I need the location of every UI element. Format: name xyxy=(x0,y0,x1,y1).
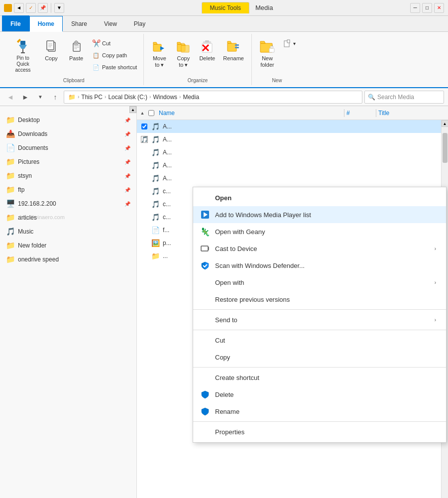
nav-forward-btn[interactable]: ► xyxy=(19,91,32,104)
sidebar-item-downloads[interactable]: 📥 Downloads 📌 xyxy=(0,127,136,141)
search-box[interactable]: 🔍 Search Media xyxy=(364,91,444,104)
music-tools-tab[interactable]: Music Tools xyxy=(202,2,249,13)
new-item-btn[interactable]: ▾ xyxy=(281,38,298,49)
nav-back-btn[interactable]: ◄ xyxy=(4,91,17,104)
nav-up-btn[interactable]: ↑ xyxy=(49,91,62,104)
file-icon-4: 🎵 xyxy=(150,161,161,169)
ctx-properties[interactable]: Properties xyxy=(193,423,446,440)
minimize-btn[interactable]: ─ xyxy=(410,3,420,13)
paste-label: Paste xyxy=(69,55,83,61)
file-item-3[interactable]: 🎵 A... xyxy=(137,146,441,159)
titlebar-checkmark-btn[interactable]: ✓ xyxy=(26,3,36,13)
rename-btn[interactable]: Rename xyxy=(220,36,247,64)
ctx-delete[interactable]: Delete xyxy=(193,386,446,403)
titlebar-back-btn[interactable]: ◄ xyxy=(14,3,24,13)
select-all-checkbox[interactable] xyxy=(146,110,157,116)
path-media[interactable]: Media xyxy=(183,94,199,101)
ctx-cut[interactable]: Cut xyxy=(193,332,446,349)
ctx-rename[interactable]: Rename xyxy=(193,403,446,420)
file-item-4[interactable]: 🎵 A... xyxy=(137,159,441,172)
nav-recent-btn[interactable]: ▼ xyxy=(34,91,47,104)
sidebar-scroll-up-btn[interactable]: ▲ xyxy=(129,106,136,113)
sidebar-item-articles[interactable]: 📁 articles xyxy=(0,211,136,225)
path-windows[interactable]: Windows xyxy=(153,94,177,101)
ctx-restore[interactable]: Restore previous versions xyxy=(193,291,446,308)
col-title-header[interactable]: Title xyxy=(376,110,446,117)
ctx-open-with[interactable]: Open with › xyxy=(193,274,446,291)
move-to-btn[interactable]: Moveto ▾ xyxy=(148,36,171,71)
ctx-cast[interactable]: Cast to Device › xyxy=(193,240,446,257)
file-item-1[interactable]: 🎵 A... xyxy=(137,120,441,133)
ribbon-group-organize: Moveto ▾ Copyto ▾ xyxy=(144,34,252,85)
file-check-input-1[interactable] xyxy=(141,124,147,129)
scroll-up-arrow[interactable]: ▲ xyxy=(139,110,146,117)
tab-view[interactable]: View xyxy=(96,15,125,31)
tab-file[interactable]: File xyxy=(2,15,29,31)
filelist-scroll-up[interactable]: ▲ xyxy=(442,120,448,127)
path-thispc[interactable]: This PC xyxy=(81,94,103,101)
file-icon-5: 🎵 xyxy=(150,174,161,182)
ctx-geany[interactable]: 🦎 Open with Geany xyxy=(193,223,446,240)
copy-to-btn[interactable]: Copyto ▾ xyxy=(172,36,195,71)
file-checkbox-2[interactable]: 🎵 xyxy=(139,136,150,143)
file-item-2[interactable]: 🎵 🎵 A... xyxy=(137,133,441,146)
copy-btn[interactable]: Copy xyxy=(40,36,63,64)
svg-marker-29 xyxy=(227,41,231,43)
delete-btn[interactable]: Delete xyxy=(196,36,219,64)
maximize-btn[interactable]: □ xyxy=(422,3,432,13)
ctx-geany-icon: 🦎 xyxy=(200,227,210,237)
sidebar-item-stsyn[interactable]: 📁 stsyn 📌 xyxy=(0,169,136,183)
new-folder-btn[interactable]: Newfolder xyxy=(256,36,279,71)
file-check-box-2[interactable]: 🎵 xyxy=(141,136,148,143)
path-localdisk[interactable]: Local Disk (C:) xyxy=(108,94,147,101)
ctx-cast-label: Cast to Device xyxy=(215,245,430,252)
sidebar-item-ftp[interactable]: 📁 ftp 📌 xyxy=(0,183,136,197)
tab-play[interactable]: Play xyxy=(125,15,154,31)
address-path[interactable]: 📁 › This PC › Local Disk (C:) › Windows … xyxy=(64,91,362,104)
ctx-sendto[interactable]: Send to › xyxy=(193,311,446,328)
ctx-copy[interactable]: Copy xyxy=(193,349,446,366)
ctx-add-media[interactable]: Add to Windows Media Player list xyxy=(193,206,446,223)
sidebar-scroll-top: ▲ xyxy=(0,106,136,113)
filelist-scroll-thumb[interactable] xyxy=(443,133,448,163)
clipboard-items: Pin to Quickaccess Copy xyxy=(8,36,139,76)
file-checkbox-1[interactable] xyxy=(139,124,150,129)
desktop-icon: 📁 xyxy=(6,116,15,124)
cut-btn[interactable]: ✂️ Cut xyxy=(90,38,139,49)
sidebar-item-onedrive[interactable]: 📁 onedrive speed xyxy=(0,252,136,266)
pin-to-quick-access-btn[interactable]: Pin to Quickaccess xyxy=(8,36,38,76)
ctx-copy-label: Copy xyxy=(215,354,436,361)
close-btn[interactable]: ✕ xyxy=(434,3,444,13)
col-hash-header[interactable]: # xyxy=(344,110,374,117)
sidebar-item-network[interactable]: 🖥️ 192.168.2.200 📌 xyxy=(0,197,136,211)
paste-btn[interactable]: Paste xyxy=(65,36,88,64)
tab-share[interactable]: Share xyxy=(63,15,96,31)
select-all-input[interactable] xyxy=(148,110,154,116)
sidebar-item-desktop[interactable]: 📁 Desktop 📌 xyxy=(0,113,136,127)
paste-shortcut-btn[interactable]: 📄 Paste shortcut xyxy=(90,62,139,73)
file-item-5[interactable]: 🎵 A... xyxy=(137,172,441,185)
ctx-defender[interactable]: Scan with Windows Defender... xyxy=(193,257,446,274)
svg-rect-23 xyxy=(202,43,212,52)
newfolder-icon: 📁 xyxy=(6,241,15,250)
sidebar-item-newfolder[interactable]: 📁 New folder xyxy=(0,239,136,252)
ctx-shortcut[interactable]: Create shortcut xyxy=(193,369,446,386)
ctx-open-label: Open xyxy=(215,194,436,202)
app-icon xyxy=(4,4,12,12)
ctx-open[interactable]: Open xyxy=(193,189,446,206)
sidebar-item-documents[interactable]: 📄 Documents 📌 xyxy=(0,141,136,155)
sidebar-item-music[interactable]: 🎵 Music xyxy=(0,225,136,239)
delete-icon xyxy=(199,38,215,54)
tab-home[interactable]: Home xyxy=(29,16,63,32)
col-name-header[interactable]: Name xyxy=(157,110,342,117)
new-item-label: ▾ xyxy=(293,41,296,46)
titlebar-down-btn[interactable]: ▼ xyxy=(54,3,64,13)
file-icon-6: 🎵 xyxy=(150,187,161,195)
titlebar-pin-btn[interactable]: 📌 xyxy=(38,3,48,13)
copy-path-btn[interactable]: 📋 Copy path xyxy=(90,50,139,61)
sidebar-item-pictures[interactable]: 📁 Pictures 📌 xyxy=(0,155,136,169)
path-sep4: › xyxy=(179,94,181,100)
ctx-open-icon xyxy=(200,193,210,203)
new-items: Newfolder ▾ xyxy=(256,36,298,76)
copy-icon xyxy=(43,38,59,54)
